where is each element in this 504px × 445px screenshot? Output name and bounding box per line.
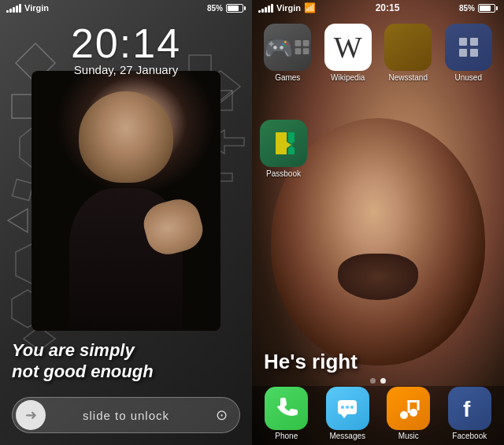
- app-unused[interactable]: Unused: [441, 24, 497, 82]
- person-left-image: [32, 71, 220, 331]
- facebook-icon: f: [448, 387, 491, 430]
- carrier-left: Virgin: [24, 3, 49, 13]
- dock-facebook[interactable]: f Facebook: [448, 387, 491, 440]
- svg-rect-14: [295, 40, 302, 46]
- svg-rect-20: [459, 49, 467, 57]
- messages-icon: [326, 387, 369, 430]
- phone-label: Phone: [275, 432, 298, 440]
- app-newsstand[interactable]: Newsstand: [380, 24, 436, 82]
- music-label: Music: [398, 432, 419, 440]
- unused-label: Unused: [455, 73, 482, 82]
- games-label: Games: [275, 73, 300, 82]
- wikipedia-label: Wikipedia: [331, 73, 365, 82]
- app-grid-row1: Games W Wikipedia Newsstand: [252, 17, 504, 88]
- dock: Phone Messages: [252, 386, 504, 445]
- app-grid-row2: Passbook: [260, 120, 307, 178]
- svg-rect-16: [295, 48, 302, 54]
- carrier-right: Virgin: [276, 3, 301, 13]
- dock-music[interactable]: Music: [387, 387, 430, 440]
- wikipedia-icon: W: [324, 24, 372, 71]
- right-quote: He's right: [264, 350, 358, 374]
- svg-rect-32: [417, 400, 419, 410]
- app-wikipedia[interactable]: W Wikipedia: [321, 24, 376, 82]
- svg-marker-4: [8, 209, 28, 232]
- battery-left: 85%: [207, 4, 246, 13]
- svg-point-30: [410, 409, 417, 417]
- quote-line1: You are simply: [12, 340, 154, 361]
- newsstand-label: Newsstand: [389, 73, 428, 82]
- svg-rect-15: [303, 40, 309, 46]
- page-dot-2: [380, 378, 386, 384]
- dock-messages[interactable]: Messages: [326, 387, 369, 440]
- app-games[interactable]: Games: [260, 24, 316, 82]
- page-dots: [252, 378, 504, 384]
- passbook-icon: [260, 120, 307, 167]
- right-status-bar: Virgin 📶 20:15 85%: [252, 0, 504, 16]
- facebook-label: Facebook: [452, 432, 487, 440]
- svg-rect-17: [303, 48, 309, 54]
- unused-icon: [445, 24, 492, 71]
- svg-text:f: f: [463, 397, 471, 421]
- svg-marker-25: [341, 414, 347, 418]
- slide-label: slide to unlock: [46, 409, 206, 422]
- phone-icon: [265, 387, 308, 430]
- lock-time: 20:14: [0, 20, 252, 67]
- dock-phone[interactable]: Phone: [265, 387, 308, 440]
- lock-quote: You are simply not good enough: [12, 340, 154, 382]
- svg-point-29: [400, 411, 408, 419]
- camera-button[interactable]: ⊙: [206, 400, 236, 430]
- svg-rect-3: [13, 180, 34, 201]
- signal-icon: [6, 4, 21, 13]
- battery-right: 85%: [459, 4, 498, 13]
- left-time-display: 20:14 Sunday, 27 January: [0, 20, 252, 76]
- quote-line2: not good enough: [12, 362, 154, 382]
- svg-point-28: [350, 406, 354, 409]
- slide-to-unlock-bar[interactable]: ➜ slide to unlock ⊙: [12, 397, 240, 433]
- page-dot-1: [370, 378, 376, 384]
- left-status-bar: Virgin 85%: [0, 0, 252, 16]
- svg-rect-19: [470, 38, 478, 46]
- phone-right: Virgin 📶 20:15 85% Games: [252, 0, 504, 445]
- svg-point-26: [341, 406, 344, 409]
- passbook-label: Passbook: [266, 169, 301, 178]
- svg-rect-21: [470, 49, 478, 57]
- svg-rect-33: [407, 400, 417, 402]
- messages-label: Messages: [329, 432, 365, 440]
- phone-left: Virgin 85% 20:14 Sunday, 27 January You …: [0, 0, 252, 445]
- svg-marker-23: [288, 132, 295, 154]
- slide-arrow-icon: ➜: [16, 400, 46, 430]
- games-icon: [264, 24, 311, 71]
- wifi-icon: 📶: [304, 2, 316, 13]
- music-icon: [387, 387, 430, 430]
- svg-rect-18: [459, 38, 467, 46]
- newsstand-icon: [384, 24, 432, 71]
- right-time: 20:15: [376, 2, 400, 13]
- right-quote-text: He's right: [264, 350, 358, 374]
- signal-icon-right: [258, 4, 273, 13]
- app-passbook[interactable]: Passbook: [260, 120, 307, 178]
- lock-date: Sunday, 27 January: [0, 63, 252, 76]
- svg-point-27: [346, 406, 349, 409]
